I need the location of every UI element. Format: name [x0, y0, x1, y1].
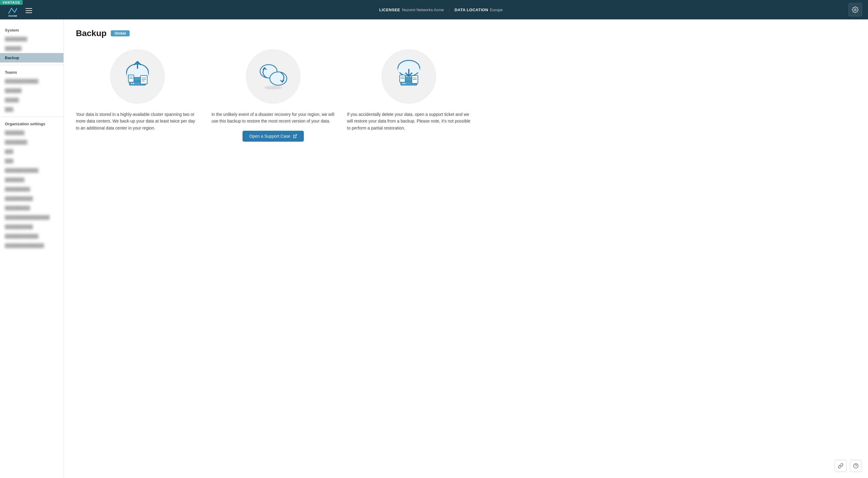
- sidebar-item-org-4[interactable]: ███: [0, 156, 63, 166]
- sidebar-item-org-1[interactable]: ███████: [0, 128, 63, 137]
- logo-area: NOZOMI NETWORKS: [6, 4, 33, 17]
- svg-text:NOZOMI: NOZOMI: [8, 15, 17, 17]
- sidebar-item-teams-3[interactable]: █████: [0, 95, 63, 105]
- teams-section-label: Teams: [0, 68, 63, 76]
- data-restore-card: If you accidentally delete your data, op…: [347, 49, 470, 142]
- topbar-center: LICENSEE Nozomi Networks Acme | DATA LOC…: [33, 8, 848, 12]
- sidebar-item-teams-2[interactable]: ██████: [0, 86, 63, 95]
- sidebar-item-org-12[interactable]: ████████████: [0, 231, 63, 241]
- backup-storage-card: Your data is stored in a highly-availabl…: [76, 49, 199, 142]
- sidebar-item-org-13[interactable]: ██████████████: [0, 241, 63, 250]
- backup-storage-illustration: [110, 49, 165, 104]
- svg-line-23: [295, 135, 297, 136]
- sidebar-item-teams-4[interactable]: ███: [0, 105, 63, 114]
- vantage-badge: VANTAGE: [0, 0, 23, 5]
- licensee-label: LICENSEE: [379, 8, 400, 12]
- upload-cloud-icon: [118, 57, 157, 96]
- page-header: Backup Global: [76, 29, 856, 38]
- sidebar-item-org-5[interactable]: ████████████: [0, 166, 63, 175]
- svg-point-21: [270, 72, 287, 85]
- sidebar-item-teams-1[interactable]: ████████████: [0, 76, 63, 86]
- sidebar-item-org-2[interactable]: ████████: [0, 137, 63, 147]
- sidebar-divider-1: [0, 65, 63, 65]
- main-content: Backup Global: [64, 20, 868, 478]
- nozomi-logo: NOZOMI NETWORKS: [6, 4, 20, 17]
- sidebar-item-system-1[interactable]: ████████: [0, 34, 63, 44]
- licensee-value: Nozomi Networks Acme: [402, 8, 444, 12]
- bottom-right-buttons: [835, 460, 862, 472]
- sidebar: System ████████ ██████ Backup Teams ████…: [0, 20, 64, 478]
- help-icon: [853, 463, 859, 469]
- sidebar-item-org-3[interactable]: ███: [0, 147, 63, 156]
- disaster-recovery-illustration: [246, 49, 301, 104]
- system-section: System ████████ ██████ Backup: [0, 26, 63, 63]
- sidebar-item-org-11[interactable]: ██████████: [0, 222, 63, 231]
- support-btn-label: Open a Support Case: [249, 134, 290, 139]
- disaster-recovery-text: In the unlikely event of a disaster reco…: [212, 111, 335, 125]
- cloud-sync-icon: [253, 57, 293, 96]
- svg-point-3: [854, 9, 856, 11]
- data-location-label: DATA LOCATION: [455, 8, 488, 12]
- sidebar-item-backup[interactable]: Backup: [0, 53, 63, 63]
- svg-point-32: [404, 83, 405, 84]
- download-cloud-icon: [389, 57, 429, 96]
- data-location-value: Europe: [490, 8, 503, 12]
- settings-button[interactable]: [848, 3, 862, 16]
- page-title: Backup: [76, 29, 106, 38]
- svg-point-31: [402, 83, 404, 84]
- org-settings-section-label: Organization settings: [0, 119, 63, 128]
- data-restore-illustration: [381, 49, 436, 104]
- topbar: VANTAGE NOZOMI NETWORKS LICENSEE Nozomi …: [0, 0, 868, 20]
- svg-point-11: [131, 83, 132, 84]
- sidebar-item-org-7[interactable]: █████████: [0, 184, 63, 194]
- app-layout: System ████████ ██████ Backup Teams ████…: [0, 20, 868, 478]
- sidebar-item-org-10[interactable]: ████████████████: [0, 213, 63, 222]
- sidebar-item-org-6[interactable]: ███████: [0, 175, 63, 184]
- system-section-label: System: [0, 26, 63, 34]
- card-action: Open a Support Case: [243, 131, 304, 142]
- global-badge: Global: [111, 30, 129, 36]
- svg-point-22: [264, 86, 282, 90]
- data-restore-text: If you accidentally delete your data, op…: [347, 111, 470, 131]
- link-icon: [838, 463, 843, 469]
- sidebar-item-org-9[interactable]: █████████: [0, 203, 63, 213]
- topbar-right: [848, 3, 862, 16]
- open-support-case-button[interactable]: Open a Support Case: [243, 131, 304, 142]
- svg-rect-13: [141, 75, 147, 84]
- link-button[interactable]: [835, 460, 847, 472]
- disaster-recovery-card: In the unlikely event of a disaster reco…: [212, 49, 335, 142]
- teams-section: Teams ████████████ ██████ █████ ███: [0, 68, 63, 114]
- hamburger-menu[interactable]: [24, 7, 33, 14]
- external-link-icon: [293, 134, 297, 138]
- sidebar-divider-2: [0, 116, 63, 117]
- backup-storage-text: Your data is stored in a highly-availabl…: [76, 111, 199, 131]
- svg-point-12: [133, 83, 134, 84]
- help-button[interactable]: [850, 460, 862, 472]
- sidebar-item-org-8[interactable]: ██████████: [0, 194, 63, 203]
- cards-area: Your data is stored in a highly-availabl…: [76, 49, 470, 142]
- org-settings-section: Organization settings ███████ ████████ █…: [0, 119, 63, 250]
- sidebar-item-system-2[interactable]: ██████: [0, 44, 63, 53]
- gear-icon: [852, 6, 859, 13]
